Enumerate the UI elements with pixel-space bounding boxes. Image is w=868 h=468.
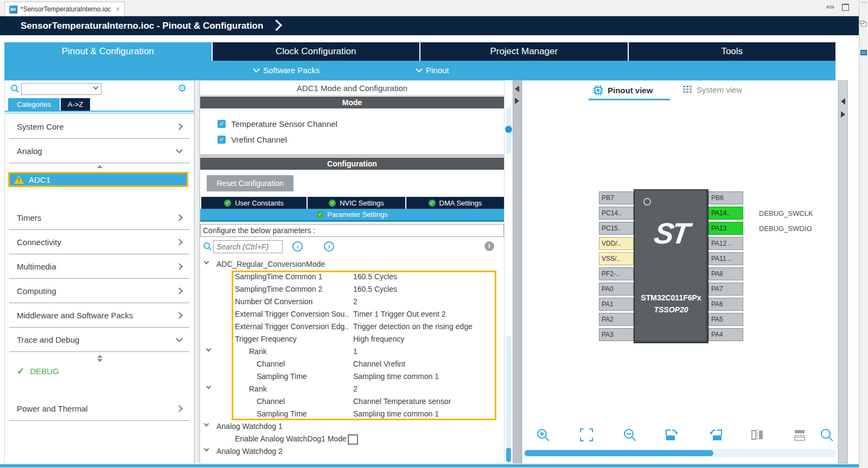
pin-pa6[interactable]: PA6 xyxy=(709,298,743,311)
sidebar-item-debug[interactable]: ✓ DEBUG xyxy=(17,366,59,377)
param-group-row[interactable]: Analog Watchdog 2 xyxy=(200,445,504,458)
scroll-right-icon[interactable] xyxy=(841,111,845,118)
scrollbar-track[interactable] xyxy=(506,336,511,462)
pin-pb7[interactable]: PB7 xyxy=(599,191,634,204)
next-match-button[interactable]: › xyxy=(324,241,334,252)
pin-pa12[interactable]: PA12 .. xyxy=(709,237,743,250)
rotate-clockwise-icon[interactable] xyxy=(665,428,679,442)
scrollbar-thumb[interactable] xyxy=(506,448,511,462)
sidebar-item-trace-and-debug[interactable]: Trace and Debug xyxy=(9,328,189,352)
rotate-counterclockwise-icon[interactable] xyxy=(708,428,722,442)
param-row[interactable]: SamplingTime Common 1160.5 Cycles xyxy=(200,271,504,283)
pin-pc14[interactable]: PC14.. xyxy=(599,207,634,220)
sidebar-search-combobox[interactable] xyxy=(21,83,101,95)
maximize-button[interactable] xyxy=(842,4,849,11)
checkbox-checked-icon[interactable]: ✓ xyxy=(218,120,226,128)
pin-pa1[interactable]: PA1 xyxy=(599,298,634,311)
panel-divider[interactable] xyxy=(194,80,200,464)
bottom-scrollbar[interactable] xyxy=(0,464,859,467)
panel-splitter[interactable] xyxy=(513,80,522,464)
pinout-dropdown[interactable]: Pinout xyxy=(417,66,449,75)
tab-system-view[interactable]: System view xyxy=(683,85,742,94)
info-icon[interactable]: i xyxy=(484,241,494,251)
sidebar-item-middleware[interactable]: Middleware and Software Packs xyxy=(9,303,189,328)
pin-pa7[interactable]: PA7 xyxy=(709,283,743,296)
collapse-handle[interactable] xyxy=(5,165,195,168)
software-packs-dropdown[interactable]: Software Packs xyxy=(254,66,320,75)
pin-pb6[interactable]: PB6 xyxy=(709,191,743,204)
right-scrollbar[interactable] xyxy=(838,80,848,464)
tab-project-manager[interactable]: Project Manager xyxy=(420,42,628,61)
pin-pa14[interactable]: PA14.. xyxy=(709,207,743,220)
editor-tab[interactable]: MX *SensorTemperaturaInterno.ioc × xyxy=(4,2,125,16)
pin-vdd[interactable]: VDD/.. xyxy=(599,237,634,250)
device-view-icon[interactable] xyxy=(860,50,867,55)
vrefint-checkbox-row[interactable]: ✓ Vrefint Channel xyxy=(218,135,287,144)
parameter-search-input[interactable] xyxy=(213,240,283,253)
sidebar-item-adc1[interactable]: ! ADC1 xyxy=(8,172,188,187)
minimize-button[interactable] xyxy=(827,6,834,8)
mcu-chip[interactable]: ST STM32C011F6Px TSSOP20 xyxy=(634,189,709,343)
tab-parameter-settings[interactable]: ✓ Parameter Settings xyxy=(200,209,504,222)
param-row[interactable]: ChannelChannel Vrefint xyxy=(200,358,504,370)
tab-tools[interactable]: Tools xyxy=(629,42,836,61)
sidebar-item-analog[interactable]: Analog xyxy=(9,139,189,163)
close-tab-icon[interactable]: × xyxy=(116,5,120,13)
pin-pa3[interactable]: PA3 xyxy=(599,328,634,341)
param-row[interactable]: Sampling TimeSampling time common 1 xyxy=(200,408,504,420)
tab-nvic-settings[interactable]: ✓ NVIC Settings xyxy=(308,197,405,209)
reset-configuration-button[interactable]: Reset Configuration xyxy=(207,175,293,191)
sidebar-item-timers[interactable]: Timers xyxy=(9,206,189,230)
collapse-handle[interactable] xyxy=(5,355,195,362)
sidebar-item-connectivity[interactable]: Connectivity xyxy=(9,230,189,254)
pin-pa2[interactable]: PA2 xyxy=(599,313,634,326)
sidebar-item-multimedia[interactable]: Multimedia xyxy=(9,254,189,279)
zoom-in-icon[interactable] xyxy=(536,428,550,442)
param-row-watchdog[interactable]: Enable Analog WatchDog1 Mode xyxy=(200,433,504,445)
sidebar-search-input[interactable] xyxy=(23,85,90,94)
expand-right-icon[interactable] xyxy=(515,98,519,104)
sidebar-item-system-core[interactable]: System Core xyxy=(9,114,189,139)
pin-pc15[interactable]: PC15.. xyxy=(599,222,634,235)
tab-user-constants[interactable]: ✓ User Constants xyxy=(201,197,307,209)
checkbox-checked-icon[interactable]: ✓ xyxy=(218,136,226,144)
param-group-row[interactable]: ADC_Regular_ConversionMode xyxy=(200,258,504,271)
pin-pf2[interactable]: PF2-.. xyxy=(599,267,634,280)
pin-pa8[interactable]: PA8 xyxy=(709,267,743,280)
tab-clock-configuration[interactable]: Clock Configuration xyxy=(213,42,420,61)
param-row-rank[interactable]: Rank2 xyxy=(200,383,504,395)
tab-pinout-view[interactable]: Pinout view xyxy=(593,85,653,95)
mode-slider-thumb[interactable] xyxy=(505,126,512,133)
param-row[interactable]: External Trigger Conversion Edg..Trigger… xyxy=(200,320,504,333)
pin-pa0[interactable]: PA0 xyxy=(599,283,634,296)
tab-a-to-z[interactable]: A->Z xyxy=(61,98,90,111)
sidebar-item-computing[interactable]: Computing xyxy=(9,279,189,303)
gear-icon[interactable]: ⚙ xyxy=(177,82,187,94)
pin-pa13[interactable]: PA13 xyxy=(709,222,743,235)
layer-rows-icon[interactable] xyxy=(793,428,807,442)
middle-scrollbar[interactable] xyxy=(505,80,513,464)
pin-pa11[interactable]: PA11 .. xyxy=(709,252,743,265)
pin-vss[interactable]: VSS/.. xyxy=(599,252,634,265)
pin-pa5[interactable]: PA5 xyxy=(709,313,743,326)
scrollbar-thumb[interactable] xyxy=(525,450,713,456)
zoom-out-icon[interactable] xyxy=(623,428,637,442)
param-row[interactable]: Number Of Conversion2 xyxy=(200,296,504,308)
pin-pa4[interactable]: PA4 xyxy=(709,328,743,341)
param-row[interactable]: Sampling TimeSampling time common 1 xyxy=(200,370,504,383)
search-pin-icon[interactable] xyxy=(820,428,834,442)
restore-view-icon[interactable] xyxy=(861,22,866,27)
tab-categories[interactable]: Categories xyxy=(8,98,60,111)
zoom-fit-icon[interactable] xyxy=(579,428,593,442)
previous-match-button[interactable]: ‹ xyxy=(292,241,303,252)
param-row-rank[interactable]: Rank1 xyxy=(200,345,504,358)
param-group-row[interactable]: Analog Watchdog 1 xyxy=(200,420,504,433)
temperature-sensor-checkbox-row[interactable]: ✓ Temperature Sensor Channel xyxy=(218,119,337,129)
param-row[interactable]: SamplingTime Common 2160.5 Cycles xyxy=(200,283,504,296)
horizontal-scrollbar[interactable] xyxy=(524,449,837,457)
param-row[interactable]: ChannelChannel Temperature sensor xyxy=(200,395,504,408)
scroll-left-icon[interactable] xyxy=(841,98,845,105)
collapse-left-icon[interactable] xyxy=(515,86,519,92)
tab-pinout-configuration[interactable]: Pinout & Configuration xyxy=(4,42,212,61)
flip-horizontal-icon[interactable] xyxy=(750,428,764,442)
